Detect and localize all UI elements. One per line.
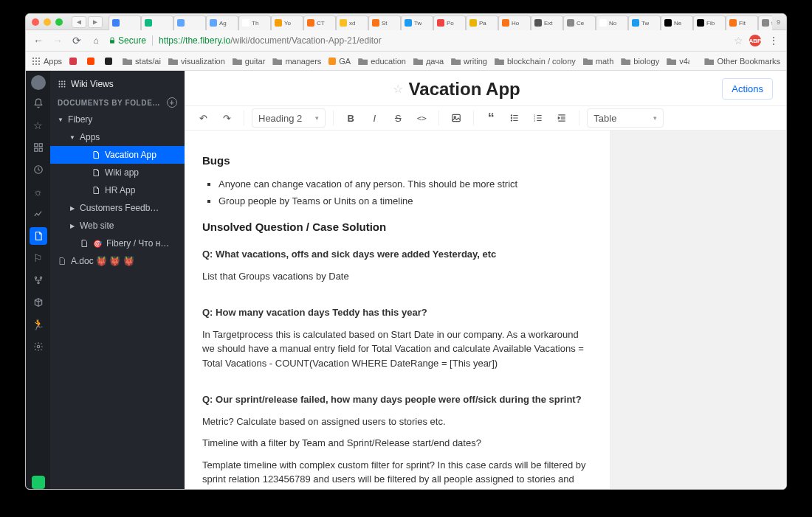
tree-row[interactable]: Wiki app (50, 164, 185, 181)
undo-button[interactable]: ↶ (193, 108, 213, 128)
other-bookmarks[interactable]: Other Bookmarks (704, 57, 780, 66)
paragraph-style-select[interactable]: Heading 2 ▾ (252, 108, 326, 128)
fibery-logo-icon[interactable] (32, 476, 45, 489)
close-window-icon[interactable] (32, 18, 39, 26)
browser-tab[interactable] (173, 15, 206, 30)
apps-button[interactable]: Apps (32, 57, 62, 66)
reload-button[interactable]: ⟳ (70, 34, 83, 47)
favicon-icon (210, 19, 217, 27)
browser-tab[interactable]: Fib (693, 15, 726, 30)
branch-icon[interactable] (30, 271, 47, 289)
doc-icon[interactable] (30, 227, 47, 245)
tree-row[interactable]: Apps (50, 128, 185, 146)
browser-tab[interactable]: Fit (726, 15, 758, 30)
actions-button[interactable]: Actions (722, 78, 773, 100)
bookmark-item[interactable] (69, 57, 80, 66)
redo-button[interactable]: ↷ (217, 108, 236, 128)
code-button[interactable]: <> (412, 108, 431, 128)
bookmark-item[interactable]: guitar (233, 57, 266, 66)
browser-tab[interactable]: Ce (563, 15, 596, 30)
sun-icon[interactable]: ☼ (30, 183, 47, 201)
tree-label: Fibery / Что н… (106, 238, 169, 249)
adoc-row[interactable]: A.doc 👹 👹 👹 (50, 252, 185, 270)
run-icon[interactable]: 🏃 (30, 316, 47, 333)
tree-row[interactable]: Customers Feedb… (50, 199, 185, 217)
strike-button[interactable]: S (388, 108, 407, 128)
bookmark-item[interactable]: biology (621, 57, 659, 66)
browser-tab[interactable]: No (596, 15, 628, 30)
back-button[interactable]: ← (32, 34, 45, 47)
browser-tab[interactable] (109, 15, 141, 30)
tree-row[interactable]: Web site (50, 217, 185, 235)
browser-tab[interactable] (141, 15, 173, 30)
indent-button[interactable] (552, 108, 571, 128)
tree-row[interactable]: Fibery (50, 111, 185, 128)
svg-point-16 (61, 86, 63, 88)
page-star-icon[interactable]: ☆ (393, 82, 403, 96)
bold-button[interactable]: B (341, 108, 360, 128)
browser-tab[interactable]: Ag (206, 15, 238, 30)
content-scroll[interactable]: Bugs Anyone can change vacation of any p… (185, 131, 786, 489)
insert-select[interactable]: Table ▾ (587, 108, 664, 128)
tab-back-button[interactable]: ◄ (72, 16, 86, 28)
gear-icon[interactable] (30, 338, 47, 355)
browser-tab[interactable]: Tw (401, 15, 433, 30)
url-field[interactable]: https://the.fibery.io/wiki/document/Vaca… (159, 35, 382, 46)
adblock-icon[interactable]: ABP (749, 35, 761, 46)
zoom-window-icon[interactable] (55, 18, 63, 26)
tree-row[interactable]: HR App (50, 181, 185, 199)
browser-tab[interactable]: Ne (661, 15, 693, 30)
bookmark-item[interactable] (105, 57, 115, 66)
avatar[interactable] (31, 75, 46, 90)
browser-tab[interactable]: Ext (531, 15, 563, 30)
home-button[interactable]: ⌂ (89, 34, 103, 47)
browser-tab[interactable]: fib (758, 15, 772, 30)
tree-row[interactable]: Vacation App (50, 146, 185, 164)
add-document-button[interactable]: + (167, 97, 177, 108)
bookmark-item[interactable]: visualization (168, 57, 225, 66)
browser-tab[interactable]: St (368, 15, 401, 30)
bullet-list-button[interactable] (505, 108, 524, 128)
flag-icon[interactable]: ⚐ (30, 249, 47, 267)
quote-button[interactable]: “ (481, 108, 500, 128)
bookmark-item[interactable]: managers (272, 57, 321, 66)
minimize-window-icon[interactable] (44, 18, 51, 26)
wiki-views-row[interactable]: Wiki Views (50, 75, 185, 93)
bookmark-item[interactable]: stats/ai (123, 57, 161, 66)
bookmark-star-icon[interactable]: ☆ (734, 35, 743, 46)
browser-tab[interactable]: Pa (466, 15, 498, 30)
bookmark-item[interactable]: writing (451, 57, 487, 66)
bookmark-item[interactable]: дача (413, 57, 444, 66)
browser-tab[interactable]: CT (303, 15, 336, 30)
browser-tab[interactable]: Yo (271, 15, 303, 30)
bookmark-item[interactable]: math (583, 57, 613, 66)
browser-tab[interactable]: Tw (628, 15, 661, 30)
bookmark-item[interactable]: v4arch (667, 57, 689, 66)
history-icon[interactable] (30, 161, 47, 178)
tab-forward-button[interactable]: ► (88, 16, 103, 28)
browser-tab[interactable]: xd (336, 15, 368, 30)
star-icon[interactable]: ☆ (30, 117, 47, 134)
image-button[interactable] (447, 108, 466, 128)
cube-icon[interactable] (30, 294, 47, 311)
tab-label: Pa (479, 20, 486, 27)
numbered-list-button[interactable]: 123 (529, 108, 548, 128)
browser-tab[interactable]: Ho (498, 15, 531, 30)
page-title[interactable]: Vacation App (409, 79, 520, 100)
tree-row[interactable]: 🎯Fibery / Что н… (50, 235, 185, 252)
forward-button[interactable]: → (51, 34, 64, 47)
svg-point-8 (37, 345, 40, 348)
browser-menu-button[interactable]: ⋮ (767, 34, 780, 47)
bookmark-item[interactable]: GA (328, 57, 351, 66)
italic-button[interactable]: I (365, 108, 384, 128)
browser-tab[interactable]: Th (238, 15, 271, 30)
chart-icon[interactable] (30, 205, 47, 223)
bookmark-item[interactable]: blockchain / colony (495, 57, 576, 66)
bell-icon[interactable] (30, 94, 47, 112)
bookmark-item[interactable]: education (358, 57, 406, 66)
doc-page[interactable]: Bugs Anyone can change vacation of any p… (185, 131, 610, 489)
bookmark-item[interactable] (87, 57, 97, 66)
browser-tab[interactable]: Po (433, 15, 466, 30)
sidebar: Wiki Views DOCUMENTS BY FOLDE… + FiberyA… (50, 71, 185, 489)
grid-icon[interactable] (30, 139, 47, 156)
